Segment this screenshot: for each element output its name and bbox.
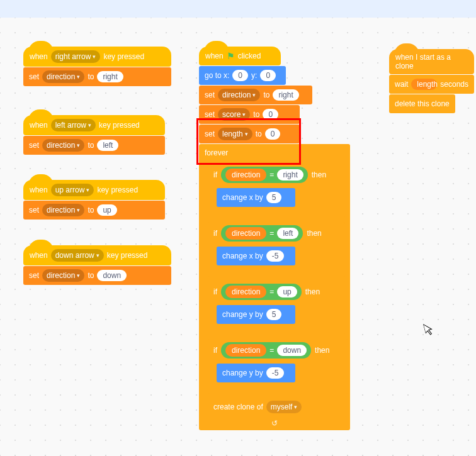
dropdown-variable[interactable]: direction▾ xyxy=(42,204,84,216)
stack-down-arrow[interactable]: when down arrow▾ key pressed set directi… xyxy=(23,245,171,285)
dropdown-variable[interactable]: direction▾ xyxy=(42,139,84,152)
block-change-x[interactable]: change x by -5 xyxy=(217,247,295,265)
input-value[interactable]: right xyxy=(273,89,298,101)
chevron-down-icon: ▾ xyxy=(88,122,91,128)
reporter-direction[interactable]: direction xyxy=(225,344,266,357)
block-delete-clone[interactable]: delete this clone xyxy=(389,94,455,113)
chevron-down-icon: ▾ xyxy=(77,272,80,279)
chevron-down-icon: ▾ xyxy=(77,74,80,80)
dropdown-variable[interactable]: direction▾ xyxy=(42,70,84,83)
block-change-x[interactable]: change x by 5 xyxy=(217,188,295,207)
reporter-direction[interactable]: direction xyxy=(225,227,266,240)
input-compare[interactable]: left xyxy=(277,228,298,239)
reporter-length[interactable]: length xyxy=(411,79,437,90)
hat-when-key-pressed[interactable]: when left arrow▾ key pressed xyxy=(23,115,165,135)
mouse-cursor-icon xyxy=(423,321,437,339)
stack-right-arrow[interactable]: when right arrow▾ key pressed set direct… xyxy=(23,47,171,86)
block-set-var[interactable]: set direction▾ to right xyxy=(23,67,171,86)
input-compare[interactable]: down xyxy=(277,345,307,356)
input-value[interactable]: up xyxy=(97,204,116,216)
block-set-score[interactable]: set score▾ to 0 xyxy=(199,105,300,124)
hat-when-start-clone[interactable]: when I start as a clone xyxy=(389,49,474,74)
block-if-right[interactable]: if direction = right then change x by 5 xyxy=(208,164,345,218)
chevron-down-icon: ▾ xyxy=(294,404,297,410)
block-set-var[interactable]: set direction▾ to left xyxy=(23,136,165,155)
green-flag-icon: ⚑ xyxy=(227,51,235,61)
dropdown-key[interactable]: down arrow▾ xyxy=(51,249,104,262)
dropdown-key[interactable]: right arrow▾ xyxy=(51,50,101,63)
input-value[interactable]: 0 xyxy=(265,128,281,140)
chevron-down-icon: ▾ xyxy=(245,131,248,137)
dropdown-variable[interactable]: direction▾ xyxy=(42,269,84,282)
input-value[interactable]: left xyxy=(97,140,118,151)
chevron-down-icon: ▾ xyxy=(93,53,96,60)
block-forever[interactable]: forever if direction = right then xyxy=(199,144,350,430)
hat-when-key-pressed[interactable]: when right arrow▾ key pressed xyxy=(23,47,171,67)
dropdown-clone-target[interactable]: myself▾ xyxy=(266,401,302,413)
input-value[interactable]: down xyxy=(97,270,127,281)
block-set-var[interactable]: set direction▾ to down xyxy=(23,266,171,285)
stack-up-arrow[interactable]: when up arrow▾ key pressed set direction… xyxy=(23,180,165,220)
operator-equals[interactable]: direction = up xyxy=(221,284,302,300)
block-if-up[interactable]: if direction = up then change y by 5 xyxy=(208,281,345,335)
input-compare[interactable]: up xyxy=(277,286,297,298)
hat-when-key-pressed[interactable]: when down arrow▾ key pressed xyxy=(23,245,171,265)
stack-clone[interactable]: when I start as a clone wait length seco… xyxy=(389,49,474,113)
hat-when-flag-clicked[interactable]: when ⚑ clicked xyxy=(199,47,281,65)
operator-equals[interactable]: direction = down xyxy=(221,342,311,359)
label-key-pressed: key pressed xyxy=(103,52,144,61)
chevron-down-icon: ▾ xyxy=(77,142,80,148)
input-dx[interactable]: -5 xyxy=(266,250,285,262)
dropdown-variable[interactable]: length▾ xyxy=(218,128,252,140)
block-change-y[interactable]: change y by -5 xyxy=(217,364,295,382)
chevron-down-icon: ▾ xyxy=(96,252,99,259)
input-dx[interactable]: 5 xyxy=(266,192,282,203)
input-x[interactable]: 0 xyxy=(232,70,248,81)
block-change-y[interactable]: change y by 5 xyxy=(217,305,295,324)
input-value[interactable]: right xyxy=(97,71,123,82)
block-wait[interactable]: wait length seconds xyxy=(389,75,474,94)
reporter-direction[interactable]: direction xyxy=(225,286,266,298)
block-if-down[interactable]: if direction = down then change y by -5 xyxy=(208,339,348,394)
dropdown-variable[interactable]: direction▾ xyxy=(218,89,260,101)
dropdown-key[interactable]: left arrow▾ xyxy=(51,119,96,131)
input-dy[interactable]: -5 xyxy=(266,367,285,379)
chevron-down-icon: ▾ xyxy=(252,92,256,98)
block-set-length[interactable]: set length▾ to 0 xyxy=(199,125,300,143)
input-y[interactable]: 0 xyxy=(260,70,276,81)
input-compare[interactable]: right xyxy=(277,169,303,181)
stack-left-arrow[interactable]: when left arrow▾ key pressed set directi… xyxy=(23,115,165,155)
reporter-direction[interactable]: direction xyxy=(225,169,266,181)
input-value[interactable]: 0 xyxy=(263,109,278,120)
scripts-canvas[interactable]: when right arrow▾ key pressed set direct… xyxy=(0,18,476,456)
block-create-clone[interactable]: create clone of myself▾ xyxy=(208,398,315,416)
chevron-down-icon: ▾ xyxy=(86,187,89,193)
loop-arrow-icon: ↺ xyxy=(199,418,350,430)
chevron-down-icon: ▾ xyxy=(77,207,80,213)
label-when: when xyxy=(30,52,48,61)
top-header-spacer xyxy=(0,0,476,18)
block-go-to-xy[interactable]: go to x: 0 y: 0 xyxy=(199,66,286,85)
input-dy[interactable]: 5 xyxy=(266,309,282,320)
block-set-direction[interactable]: set direction▾ to right xyxy=(199,86,312,104)
operator-equals[interactable]: direction = left xyxy=(221,225,303,242)
operator-equals[interactable]: direction = right xyxy=(221,167,308,183)
block-if-left[interactable]: if direction = left then change x by -5 xyxy=(208,222,345,277)
dropdown-key[interactable]: up arrow▾ xyxy=(51,184,94,196)
block-set-var[interactable]: set direction▾ to up xyxy=(23,201,165,220)
dropdown-variable[interactable]: score▾ xyxy=(218,108,250,121)
stack-main[interactable]: when ⚑ clicked go to x: 0 y: 0 set direc… xyxy=(199,47,350,430)
hat-when-key-pressed[interactable]: when up arrow▾ key pressed xyxy=(23,180,165,200)
chevron-down-icon: ▾ xyxy=(242,111,246,118)
